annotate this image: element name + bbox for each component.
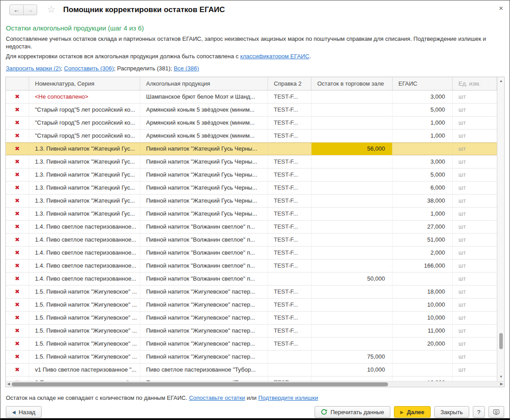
- column-header-egais[interactable]: ЕГАИС: [393, 77, 453, 90]
- help-button-label: ?: [477, 409, 480, 416]
- column-header-reference2[interactable]: Справка 2: [268, 77, 311, 90]
- unit-cell: шт: [453, 364, 497, 376]
- table-row[interactable]: ✖1.4. Пиво светлое пастеризованное...Пив…: [6, 221, 497, 234]
- table-row[interactable]: ✖1.3. Пивной напиток "Жатецкий Гус...Пив…: [6, 182, 497, 195]
- column-header-unit[interactable]: Ед. изм.: [453, 77, 497, 90]
- scroll-right-icon[interactable]: ▶: [499, 381, 504, 387]
- nomenclature-cell: 1.4. Пиво светлое пастеризованное...: [29, 260, 140, 272]
- favorite-star-icon[interactable]: ☆: [47, 4, 56, 15]
- classifier-link[interactable]: классификатором ЕГАИС: [240, 53, 309, 60]
- table-row[interactable]: ✖1.4. Пиво светлое пастеризованное...Пив…: [6, 273, 497, 286]
- table-row[interactable]: ✖1.4. Пиво светлое пастеризованное...Пив…: [6, 247, 497, 260]
- table-row[interactable]: ✖1.5. Пивной напиток "Жигулевское" ...Пи…: [6, 338, 497, 351]
- table-row[interactable]: ✖"Старый город"5 лет российский ко...Арм…: [6, 130, 497, 143]
- alcohol-product-cell: Пивной напиток "Волжанин светлое" п...: [140, 247, 268, 259]
- scroll-down-icon[interactable]: ▼: [497, 374, 505, 380]
- table-row[interactable]: ✖1.5. Пивной напиток "Жигулевское" ...Пи…: [6, 325, 497, 338]
- egais-assistant-window: ← → ☆ Помощник корректировки остатков ЕГ…: [0, 0, 510, 420]
- unit-cell: шт: [453, 234, 497, 246]
- egais-balance-cell: 11,000: [393, 325, 453, 337]
- egais-balance-cell: [393, 351, 453, 363]
- table-row[interactable]: ✖"Старый город"5 лет российский ко...Арм…: [6, 104, 497, 117]
- unit-cell: шт: [453, 377, 497, 381]
- reference2-cell: TEST-F...: [268, 221, 311, 233]
- nomenclature-cell: 1.5. Пивной напиток "Жигулевское" ...: [29, 338, 140, 350]
- vertical-scrollbar[interactable]: ▲ ▼: [497, 77, 504, 381]
- table-row[interactable]: ✖1.5. Пивной напиток "Жигулевское" ...Пи…: [6, 351, 497, 364]
- table-row[interactable]: ✖1.5. Пивной напиток "Жигулевское" ...Пи…: [6, 299, 497, 312]
- table-row[interactable]: ✖1.5. Пивной напиток "Жигулевское" ...Пи…: [6, 312, 497, 325]
- nomenclature-cell: v1 Пиво светлое пастеризованное "...: [29, 364, 140, 376]
- nomenclature-cell: 1.3. Пивной напиток "Жатецкий Гус...: [29, 195, 140, 207]
- horizontal-scroll-thumb[interactable]: [12, 382, 388, 386]
- table-row[interactable]: ✖1.3. Пивной напиток "Жатецкий Гус...Пив…: [6, 169, 497, 182]
- unit-cell: шт: [453, 299, 497, 311]
- nomenclature-cell: "Старый город"5 лет российский ко...: [29, 117, 140, 129]
- unit-cell: шт: [453, 247, 497, 259]
- column-header-alcohol-product[interactable]: Алкогольная продукция: [140, 77, 268, 90]
- table-row[interactable]: ✖2 Пиво светлое пастеризованное "...Пиво…: [6, 377, 497, 381]
- egais-balance-cell: 2,000: [393, 247, 453, 259]
- close-button-label: Закрыть: [441, 409, 463, 416]
- table-row[interactable]: ✖1.4. Пиво светлое пастеризованное...Пив…: [6, 260, 497, 273]
- reference2-cell: TEST-F...: [268, 91, 311, 103]
- alcohol-product-cell: Пивной напиток "Жатецкий Гусь Черны...: [140, 195, 268, 207]
- store-balance-cell: [311, 117, 393, 129]
- alcohol-product-cell: Пивной напиток "Волжанин светлое" п...: [140, 234, 268, 246]
- filter-link[interactable]: Запросить марки (2): [6, 65, 61, 72]
- table-row[interactable]: ✖1.3. Пивной напиток "Жатецкий Гус...Пив…: [6, 208, 497, 221]
- reference2-cell: TEST-F...: [268, 312, 311, 324]
- reload-data-button[interactable]: Перечитать данные: [315, 406, 390, 418]
- alcohol-product-cell: Шампанское брют белое Моэт и Шанд...: [140, 91, 268, 103]
- unit-cell: шт: [453, 208, 497, 220]
- alcohol-product-cell: Пивной напиток "Жатецкий Гусь Черны...: [140, 169, 268, 181]
- back-button[interactable]: ◀ Назад: [6, 406, 42, 418]
- scroll-left-icon[interactable]: ◀: [6, 381, 11, 387]
- table-row[interactable]: ✖1.3. Пивной напиток "Жатецкий Гус...Пив…: [6, 143, 497, 156]
- forward-nav-icon[interactable]: →: [23, 5, 37, 15]
- back-nav-icon[interactable]: ←: [10, 5, 23, 15]
- reference2-cell: TEST-F...: [268, 299, 311, 311]
- horizontal-scrollbar[interactable]: ◀ ▶: [6, 381, 504, 387]
- form-settings-button[interactable]: [488, 406, 504, 418]
- match-balances-link[interactable]: Сопоставьте остатки: [189, 394, 245, 401]
- table-row[interactable]: ✖v1 Пиво светлое пастеризованное "...Пив…: [6, 364, 497, 377]
- alcohol-product-cell: Пивной напиток "Жатецкий Гусь Черны...: [140, 143, 268, 155]
- filter-link[interactable]: Сопоставить (306): [64, 65, 114, 72]
- table-row[interactable]: ✖1.3. Пивной напиток "Жатецкий Гус...Пив…: [6, 156, 497, 169]
- table-row[interactable]: ✖"Старый город"5 лет российский ко...Арм…: [6, 117, 497, 130]
- filter-link[interactable]: Все (386): [174, 65, 199, 72]
- reload-button-label: Перечитать данные: [330, 409, 384, 416]
- nomenclature-cell: 1.3. Пивной напиток "Жатецкий Гус...: [29, 143, 140, 155]
- close-icon[interactable]: ×: [496, 4, 506, 13]
- confirm-surplus-link[interactable]: Подтвердите излишки: [258, 394, 318, 401]
- reference2-cell: TEST-F...: [268, 260, 311, 272]
- vertical-scroll-thumb[interactable]: [499, 333, 503, 349]
- scroll-up-icon[interactable]: ▲: [497, 78, 505, 84]
- column-header-status[interactable]: [6, 77, 29, 90]
- red-cross-icon: ✖: [15, 210, 20, 217]
- next-arrow-icon: ▶: [400, 410, 404, 415]
- alcohol-product-cell: Пивной напиток "Жигулевское" пастер...: [140, 299, 268, 311]
- table-row[interactable]: ✖<Не сопоставлено>Шампанское брют белое …: [6, 91, 497, 104]
- table-row[interactable]: ✖1.5. Пивной напиток "Жигулевское" ...Пи…: [6, 286, 497, 299]
- red-cross-icon: ✖: [15, 366, 20, 373]
- store-balance-cell: [311, 338, 393, 350]
- history-nav: ← →: [9, 4, 37, 15]
- not-matched-icon-cell: ✖: [6, 182, 29, 194]
- close-button[interactable]: Закрыть: [434, 406, 469, 418]
- table-row[interactable]: ✖1.3. Пивной напиток "Жатецкий Гус...Пив…: [6, 195, 497, 208]
- column-header-nomenclature[interactable]: Номенклатура, Серия: [29, 77, 140, 90]
- help-button[interactable]: ?: [473, 406, 485, 418]
- next-button[interactable]: ▶ Далее: [394, 406, 431, 418]
- alcohol-product-cell: Пивной напиток "Жигулевское" пастер...: [140, 325, 268, 337]
- column-header-store-balance[interactable]: Остаток в торговом зале: [311, 77, 393, 90]
- not-matched-icon-cell: ✖: [6, 208, 29, 220]
- store-balance-cell: [311, 312, 393, 324]
- egais-balance-cell: 18,000: [393, 286, 453, 298]
- table-row[interactable]: ✖1.4. Пиво светлое пастеризованное...Пив…: [6, 234, 497, 247]
- red-cross-icon: ✖: [15, 171, 20, 178]
- alcohol-product-cell: Пиво светлое пастеризованное "Т...: [140, 377, 268, 381]
- not-matched-icon-cell: ✖: [6, 260, 29, 272]
- reference2-cell: TEST-F...: [268, 338, 311, 350]
